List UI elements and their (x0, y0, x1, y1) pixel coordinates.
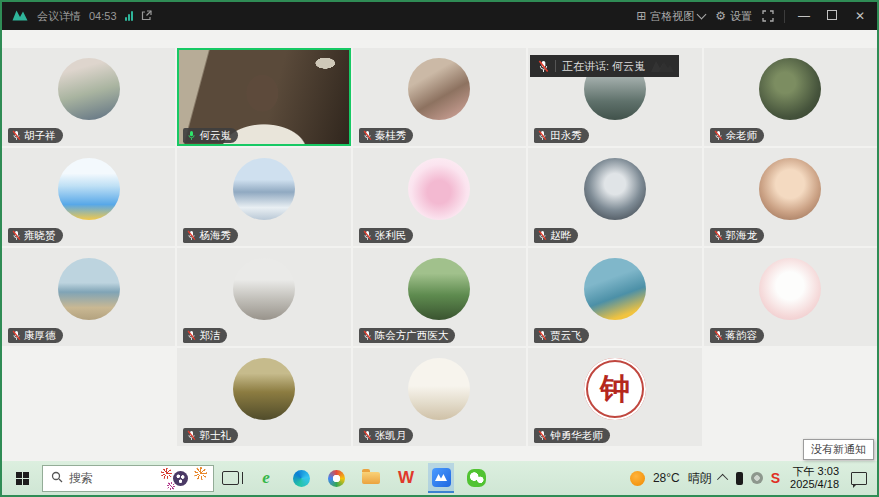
mic-muted-icon (12, 330, 21, 341)
empty-cell (2, 348, 175, 446)
mic-active-icon (187, 130, 196, 141)
participant-name: 田永秀 (550, 128, 582, 143)
tray-utility-icon[interactable] (751, 472, 763, 484)
participant-tile[interactable]: 杨海秀 (177, 148, 350, 246)
audio-device-icon[interactable] (736, 472, 743, 485)
participant-tile[interactable]: 钟钟勇华老师 (528, 348, 701, 446)
mic-muted-icon (538, 60, 549, 73)
fullscreen-button[interactable] (762, 10, 774, 22)
participant-tile[interactable]: 余老师 (704, 48, 877, 146)
participant-tile[interactable]: 秦桂秀 (353, 48, 526, 146)
participant-name-label: 康厚德 (8, 328, 63, 343)
settings-button[interactable]: ⚙ 设置 (715, 9, 752, 24)
gear-icon: ⚙ (715, 9, 726, 23)
weather-temp[interactable]: 28°C (653, 471, 680, 485)
participant-name-label: 雍晓赟 (8, 228, 63, 243)
security-app-icon[interactable]: S (771, 470, 780, 486)
participant-tile[interactable]: 赵晔 (528, 148, 701, 246)
layout-view-dropdown[interactable]: ⊞ 宫格视图 (636, 9, 705, 24)
participant-tile[interactable]: 蒋韵容 (704, 248, 877, 346)
participant-name: 郑洁 (199, 328, 220, 343)
participant-tile[interactable]: 郑洁 (177, 248, 350, 346)
banner-divider (555, 60, 556, 72)
browser-icon[interactable] (323, 463, 349, 493)
participant-name: 郭士礼 (199, 428, 231, 443)
participant-name: 何云嵬 (199, 128, 231, 143)
participant-name: 胡子祥 (24, 128, 56, 143)
participant-avatar (759, 158, 821, 220)
participant-name: 张利民 (375, 228, 407, 243)
participant-tile[interactable]: 何云嵬 (177, 48, 350, 146)
participant-name-label: 郭海龙 (710, 228, 765, 243)
participant-name-label: 秦桂秀 (359, 128, 414, 143)
meeting-stage: 正在讲话: 何云嵬 胡子祥何云嵬秦桂秀田永秀余老师雍晓赟杨海秀张利民赵晔郭海龙康… (2, 30, 877, 461)
empty-cell (704, 348, 877, 446)
participant-tile[interactable]: 陈会方广西医大 (353, 248, 526, 346)
edge-browser-icon[interactable] (288, 463, 314, 493)
participant-name-label: 田永秀 (534, 128, 589, 143)
participant-name: 赵晔 (550, 228, 571, 243)
participant-name-label: 郑洁 (183, 328, 227, 343)
mic-muted-icon (187, 230, 196, 241)
search-placeholder: 搜索 (69, 470, 93, 487)
participant-name: 秦桂秀 (375, 128, 407, 143)
participant-tile[interactable]: 雍晓赟 (2, 148, 175, 246)
speaking-banner-text: 正在讲话: 何云嵬 (562, 59, 645, 74)
participant-name-label: 钟勇华老师 (534, 428, 610, 443)
weather-sun-icon[interactable] (630, 471, 645, 486)
participant-tile[interactable]: 郭海龙 (704, 148, 877, 246)
weather-desc[interactable]: 晴朗 (688, 470, 712, 487)
participant-tile[interactable]: 郭士礼 (177, 348, 350, 446)
meeting-details-button[interactable]: 会议详情 (37, 9, 81, 24)
mic-muted-icon (187, 430, 196, 441)
mic-muted-icon (538, 130, 547, 141)
participant-avatar (58, 158, 120, 220)
mic-muted-icon (12, 230, 21, 241)
participant-avatar (233, 358, 295, 420)
taskbar-clock[interactable]: 下午 3:03 2025/4/18 (790, 465, 839, 491)
participant-avatar (584, 258, 646, 320)
search-icon (51, 471, 63, 486)
participant-avatar (58, 58, 120, 120)
participant-name-label: 张凯月 (359, 428, 414, 443)
mic-muted-icon (363, 430, 372, 441)
participant-name: 郭海龙 (726, 228, 758, 243)
minimize-button[interactable]: — (795, 9, 813, 23)
clock-date: 2025/4/18 (790, 478, 839, 491)
windows-logo-icon (16, 472, 29, 485)
participant-name-label: 赵晔 (534, 228, 578, 243)
participant-avatar (233, 158, 295, 220)
participant-tile[interactable]: 张凯月 (353, 348, 526, 446)
mic-muted-icon (538, 430, 547, 441)
wps-office-icon[interactable]: W (393, 463, 419, 493)
task-view-button[interactable] (222, 471, 239, 485)
participant-name: 陈会方广西医大 (375, 328, 449, 343)
participant-tile[interactable]: 贾云飞 (528, 248, 701, 346)
participant-avatar (408, 358, 470, 420)
tray-expand-icon[interactable] (717, 474, 728, 485)
mic-muted-icon (538, 230, 547, 241)
participant-name-label: 蒋韵容 (710, 328, 765, 343)
close-button[interactable]: ✕ (851, 9, 869, 23)
ie-browser-icon[interactable]: e (253, 463, 279, 493)
mic-muted-icon (12, 130, 21, 141)
maximize-button[interactable] (823, 9, 841, 23)
wechat-icon[interactable] (463, 463, 489, 493)
popout-icon[interactable] (141, 10, 152, 23)
participant-name: 雍晓赟 (24, 228, 56, 243)
participant-avatar (759, 258, 821, 320)
taskbar-app-icons: e W (253, 463, 489, 493)
participant-tile[interactable]: 康厚德 (2, 248, 175, 346)
meeting-app-taskbar-icon[interactable] (428, 463, 454, 493)
meeting-app-logo-icon (12, 9, 29, 23)
participant-name-label: 余老师 (710, 128, 765, 143)
participant-avatar (408, 158, 470, 220)
file-explorer-icon[interactable] (358, 463, 384, 493)
windows-taskbar: 搜索 e W 28°C 晴朗 S 下午 3:03 (2, 461, 877, 495)
participant-tile[interactable]: 胡子祥 (2, 48, 175, 146)
participant-tile[interactable]: 张利民 (353, 148, 526, 246)
action-center-icon[interactable] (851, 472, 867, 485)
taskbar-search-input[interactable]: 搜索 (42, 465, 214, 492)
search-highlight-artwork[interactable] (161, 466, 209, 490)
start-button[interactable] (2, 461, 42, 495)
